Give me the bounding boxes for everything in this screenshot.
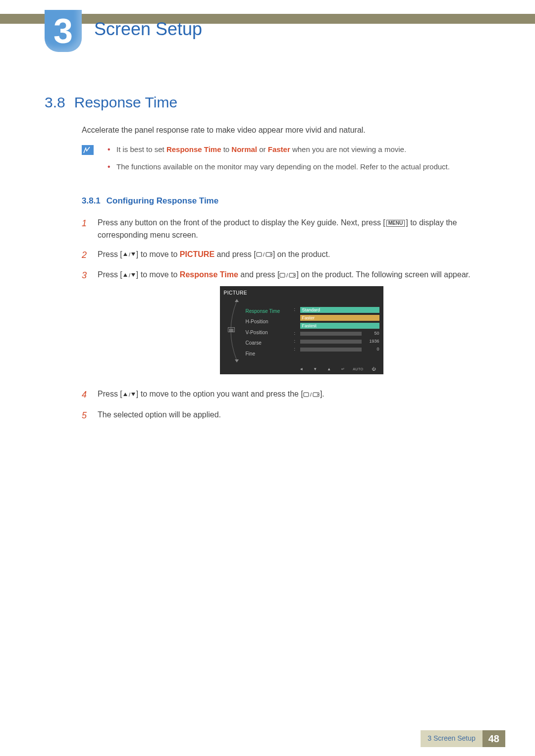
down-arrow-icon: ▼ — [311, 366, 319, 372]
enter-icon: ↵ — [339, 366, 347, 372]
page-footer: 3 Screen Setup 48 — [421, 730, 505, 747]
footer-section-label: 3 Screen Setup — [421, 730, 482, 747]
osd-screenshot: PICTURE — [220, 286, 383, 374]
osd-menu-item: Fine — [242, 349, 291, 359]
step-item: 1 Press any button on the front of the p… — [82, 217, 505, 242]
up-down-icon: / — [122, 392, 136, 398]
step-number: 3 — [82, 269, 89, 381]
osd-menu-item: H-Position — [242, 316, 291, 327]
chapter-tab: 3 — [45, 10, 82, 52]
osd-nav-bar: ◄ ▼ ▲ ↵ AUTO ⏻ — [220, 366, 383, 372]
step-number: 5 — [82, 409, 89, 423]
osd-menu-list: Response Time H-Position V-Position Coar… — [242, 298, 291, 361]
section-title: Response Time — [74, 94, 177, 111]
svg-rect-9 — [280, 273, 285, 277]
auto-label: AUTO — [353, 367, 363, 372]
svg-marker-13 — [235, 359, 239, 362]
svg-text:/: / — [129, 272, 131, 278]
svg-text:/: / — [286, 272, 288, 278]
svg-marker-12 — [235, 299, 239, 302]
section-heading: 3.8 Response Time — [45, 94, 505, 111]
note-block: It is best to set Response Time to Norma… — [82, 144, 505, 179]
svg-text:/: / — [129, 252, 131, 257]
osd-option-selected: Faster — [300, 315, 379, 321]
steps-list: 1 Press any button on the front of the p… — [82, 217, 505, 430]
svg-text:/: / — [310, 392, 312, 398]
power-icon: ⏻ — [370, 366, 377, 372]
up-arrow-icon: ▲ — [325, 366, 333, 372]
osd-option: Fastest — [300, 323, 379, 329]
step-item: 5 The selected option will be applied. — [82, 409, 505, 423]
subsection-heading: 3.8.1 Configuring Response Time — [82, 196, 218, 206]
up-down-icon: / — [122, 252, 136, 257]
svg-text:/: / — [263, 252, 265, 257]
svg-marker-2 — [131, 252, 135, 256]
osd-value: 0 — [365, 346, 379, 353]
step-number: 4 — [82, 388, 89, 402]
note-icon — [82, 145, 94, 155]
svg-rect-17 — [304, 393, 309, 397]
svg-marker-16 — [131, 393, 135, 396]
osd-slider — [300, 340, 362, 344]
note-item: The functions available on the monitor m… — [106, 161, 450, 172]
osd-menu-item: Response Time — [242, 306, 291, 317]
menu-button-icon: MENU — [386, 220, 405, 227]
section-number: 3.8 — [45, 94, 65, 111]
intro-text: Accelerate the panel response rate to ma… — [82, 125, 505, 136]
step-number: 2 — [82, 249, 89, 262]
osd-option: Standard — [300, 307, 379, 313]
step-number: 1 — [82, 217, 89, 242]
osd-slider — [300, 332, 362, 336]
subsection-number: 3.8.1 — [82, 196, 101, 206]
note-item: It is best to set Response Time to Norma… — [106, 144, 450, 155]
osd-value: 50 — [365, 330, 379, 337]
osd-menu-item: Coarse — [242, 338, 291, 349]
chapter-title: Screen Setup — [94, 19, 202, 40]
chapter-number: 3 — [54, 14, 73, 49]
subsection-title: Configuring Response Time — [107, 196, 218, 206]
enter-source-icon: / — [279, 272, 296, 278]
svg-rect-3 — [257, 252, 262, 256]
osd-slider — [300, 348, 362, 352]
highlight-faster: Faster — [268, 145, 290, 153]
osd-menu-item: V-Position — [242, 327, 291, 338]
svg-marker-0 — [123, 252, 127, 256]
left-arrow-icon: ◄ — [297, 366, 305, 372]
osd-category-icon — [228, 327, 235, 332]
osd-title: PICTURE — [224, 289, 379, 297]
up-down-icon: / — [122, 272, 136, 278]
osd-tab-indicator — [224, 298, 239, 361]
enter-source-icon: / — [256, 252, 273, 257]
svg-text:/: / — [129, 392, 131, 398]
footer-page-number: 48 — [482, 730, 505, 747]
step-item: 3 Press [/] to move to Response Time and… — [82, 269, 505, 381]
svg-marker-6 — [123, 273, 127, 277]
highlight-response-time: Response Time — [166, 145, 221, 153]
highlight-picture: PICTURE — [180, 250, 214, 258]
osd-values: :Standard Faster Fastest :50 :1936 :0 — [294, 298, 379, 361]
step-item: 2 Press [/] to move to PICTURE and press… — [82, 249, 505, 262]
osd-value: 1936 — [365, 338, 379, 345]
svg-marker-8 — [131, 273, 135, 277]
step-item: 4 Press [/] to move to the option you wa… — [82, 388, 505, 402]
svg-marker-14 — [123, 393, 127, 396]
highlight-normal: Normal — [231, 145, 257, 153]
enter-source-icon: / — [303, 392, 320, 398]
highlight-response-time: Response Time — [180, 270, 238, 279]
